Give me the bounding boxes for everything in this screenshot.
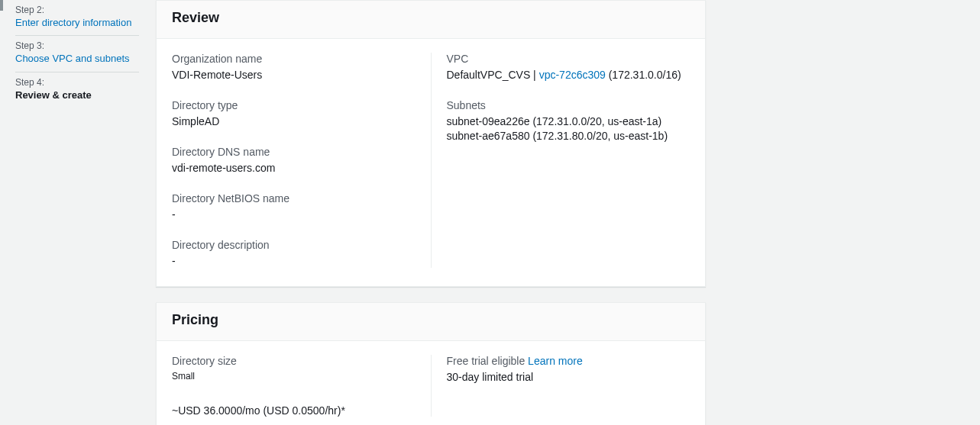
pricing-right-column: Free trial eligible Learn more 30-day li… [432, 355, 691, 416]
subnet-1: subnet-09ea226e (172.31.0.0/20, us-east-… [447, 114, 691, 129]
wizard-steps-nav: Step 2: Enter directory information Step… [15, 0, 145, 425]
review-right-column: VPC DefaultVPC_CVS | vpc-72c6c309 (172.3… [432, 53, 691, 268]
step-link-enter-directory-info[interactable]: Enter directory information [15, 17, 139, 30]
vpc-label: VPC [447, 53, 691, 65]
vpc-cidr: (172.31.0.0/16) [606, 69, 681, 81]
subnets-label: Subnets [447, 99, 691, 111]
free-trial-line: Free trial eligible Learn more [447, 355, 691, 367]
wizard-step-2[interactable]: Step 2: Enter directory information [15, 0, 139, 36]
vpc-value: DefaultVPC_CVS | vpc-72c6c309 (172.31.0.… [447, 68, 691, 82]
free-trial-text: Free trial eligible [447, 355, 529, 367]
pricing-panel: Pricing Directory size Small ~USD 36.000… [156, 302, 706, 425]
vpc-id-link[interactable]: vpc-72c6c309 [539, 69, 606, 81]
dns-name-label: Directory DNS name [172, 146, 416, 158]
review-panel: Review Organization name VDI-Remote-User… [156, 0, 706, 287]
learn-more-link[interactable]: Learn more [528, 355, 583, 367]
netbios-name-value: - [172, 208, 416, 222]
trial-detail: 30-day limited trial [447, 370, 691, 385]
directory-size-value: Small [172, 370, 416, 382]
vpc-name: DefaultVPC_CVS | [447, 69, 539, 81]
step-current-review-create: Review & create [15, 89, 139, 102]
directory-type-label: Directory type [172, 99, 416, 111]
org-name-label: Organization name [172, 53, 416, 65]
subnet-2: subnet-ae67a580 (172.31.80.0/20, us-east… [447, 129, 691, 143]
step-link-choose-vpc[interactable]: Choose VPC and subnets [15, 53, 139, 66]
pricing-left-column: Directory size Small ~USD 36.0000/mo (US… [172, 355, 432, 416]
directory-type-value: SimpleAD [172, 114, 416, 129]
step-label: Step 2: [15, 5, 139, 17]
step-label: Step 3: [15, 40, 139, 53]
directory-description-label: Directory description [172, 239, 416, 251]
netbios-name-label: Directory NetBIOS name [172, 192, 416, 204]
directory-description-value: - [172, 254, 416, 269]
org-name-value: VDI-Remote-Users [172, 68, 416, 82]
wizard-step-3[interactable]: Step 3: Choose VPC and subnets [15, 36, 139, 72]
directory-size-label: Directory size [172, 355, 416, 367]
review-panel-header: Review [157, 1, 705, 39]
review-heading: Review [172, 10, 690, 26]
wizard-step-4: Step 4: Review & create [15, 72, 139, 108]
drag-handle-icon [0, 0, 3, 11]
step-label: Step 4: [15, 77, 139, 89]
price-line: ~USD 36.0000/mo (USD 0.0500/hr)* [172, 404, 416, 417]
dns-name-value: vdi-remote-users.com [172, 161, 416, 175]
main-content: Review Organization name VDI-Remote-User… [156, 0, 706, 425]
review-left-column: Organization name VDI-Remote-Users Direc… [172, 53, 432, 268]
pricing-heading: Pricing [172, 312, 690, 328]
subnets-value: subnet-09ea226e (172.31.0.0/20, us-east-… [447, 114, 691, 143]
pricing-panel-header: Pricing [157, 303, 705, 341]
